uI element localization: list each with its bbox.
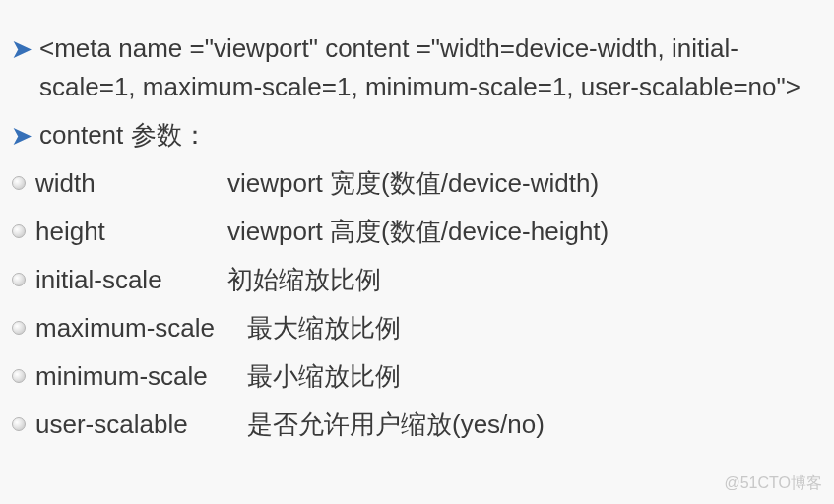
param-name: user-scalable xyxy=(35,406,247,444)
circle-icon xyxy=(12,369,26,383)
param-name: maximum-scale xyxy=(35,309,247,347)
param-desc: viewport 高度(数值/device-height) xyxy=(227,213,609,251)
watermark: @51CTO博客 xyxy=(724,473,822,494)
circle-icon xyxy=(12,321,26,335)
circle-icon xyxy=(12,176,26,190)
param-row-height: height viewport 高度(数值/device-height) xyxy=(12,213,822,251)
arrow-icon: ➤ xyxy=(12,32,32,67)
param-desc: 是否允许用户缩放(yes/no) xyxy=(247,406,545,444)
param-desc: viewport 宽度(数值/device-width) xyxy=(227,164,599,203)
param-row-maximum-scale: maximum-scale 最大缩放比例 xyxy=(12,309,822,347)
circle-icon xyxy=(12,224,26,238)
arrow-icon: ➤ xyxy=(12,118,32,154)
circle-icon xyxy=(12,417,26,431)
meta-tag-text: <meta name ="viewport" content ="width=d… xyxy=(39,30,822,106)
meta-tag-item: ➤ <meta name ="viewport" content ="width… xyxy=(12,30,822,106)
param-desc: 最小缩放比例 xyxy=(247,357,401,396)
param-name: height xyxy=(35,213,227,251)
param-name: width xyxy=(35,164,227,203)
param-row-minimum-scale: minimum-scale 最小缩放比例 xyxy=(12,357,822,396)
param-row-user-scalable: user-scalable 是否允许用户缩放(yes/no) xyxy=(12,406,822,444)
param-desc: 最大缩放比例 xyxy=(247,309,401,347)
param-name: minimum-scale xyxy=(35,357,247,396)
circle-icon xyxy=(12,273,26,286)
param-row-initial-scale: initial-scale 初始缩放比例 xyxy=(12,261,822,299)
content-label-text: content 参数： xyxy=(39,116,822,155)
content-label-item: ➤ content 参数： xyxy=(12,116,822,155)
param-row-width: width viewport 宽度(数值/device-width) xyxy=(12,164,822,203)
param-name: initial-scale xyxy=(35,261,227,299)
param-desc: 初始缩放比例 xyxy=(227,261,381,299)
